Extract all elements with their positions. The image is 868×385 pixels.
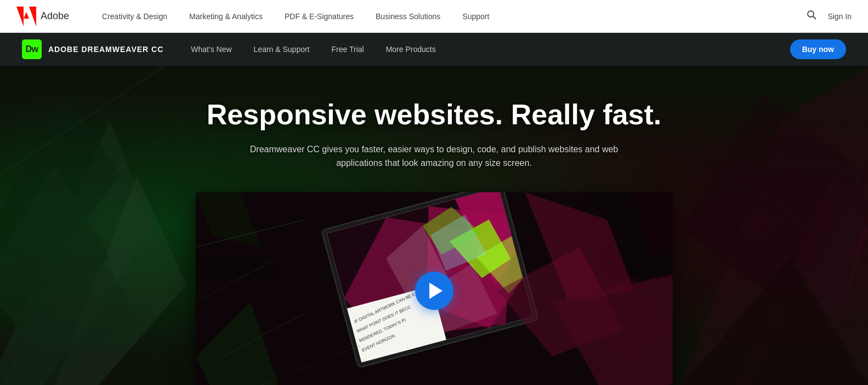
nav-support[interactable]: Support [462,12,489,21]
product-nav-links: What's New Learn & Support Free Trial Mo… [191,45,790,54]
search-icon[interactable] [807,10,816,22]
hero-content: Responsive websites. Really fast. Dreamw… [0,66,868,385]
svg-marker-1 [16,7,24,26]
top-navigation: Adobe Creativity & Design Marketing & An… [0,0,868,33]
top-nav-links: Creativity & Design Marketing & Analytic… [102,12,807,21]
product-nav-more-products[interactable]: More Products [386,45,436,54]
nav-marketing-analytics[interactable]: Marketing & Analytics [189,12,263,21]
product-name: ADOBE DREAMWEAVER CC [48,45,163,54]
video-container[interactable]: IF DIGITAL ARTWORK CAN BE EX WHAT POINT … [196,192,673,385]
hero-headline: Responsive websites. Really fast. [0,99,868,131]
adobe-logo-area[interactable]: Adobe [16,7,69,26]
top-nav-right: Sign In [807,10,852,22]
adobe-logo-icon [16,7,36,26]
dw-logo: Dw [22,39,42,59]
nav-business-solutions[interactable]: Business Solutions [376,12,440,21]
product-navigation: Dw ADOBE DREAMWEAVER CC What's New Learn… [0,33,868,66]
nav-creativity-design[interactable]: Creativity & Design [102,12,167,21]
adobe-brand-text: Adobe [41,10,69,22]
buy-now-button[interactable]: Buy now [790,39,846,59]
nav-pdf-esignatures[interactable]: PDF & E-Signatures [285,12,354,21]
product-nav-learn-support[interactable]: Learn & Support [254,45,310,54]
product-nav-free-trial[interactable]: Free Trial [332,45,364,54]
play-icon [429,283,442,299]
dw-logo-text: Dw [26,44,38,54]
svg-marker-2 [29,7,36,26]
product-nav-whats-new[interactable]: What's New [191,45,231,54]
svg-marker-3 [24,12,29,19]
sign-in-link[interactable]: Sign In [827,12,852,21]
hero-section: Responsive websites. Really fast. Dreamw… [0,66,868,385]
play-button[interactable] [415,272,453,310]
svg-line-5 [813,16,816,19]
hero-subtext: Dreamweaver CC gives you faster, easier … [242,142,626,170]
